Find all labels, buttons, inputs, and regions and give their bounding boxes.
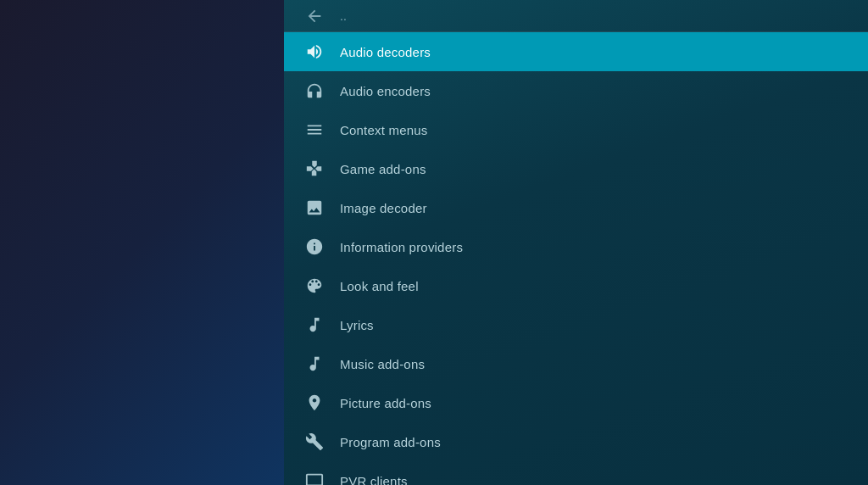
info-icon — [301, 233, 328, 260]
menu-item-image-decoder[interactable]: Image decoder — [284, 188, 868, 227]
menu-item-label: Context menus — [340, 123, 427, 137]
lyrics-icon — [301, 311, 328, 338]
menu-item-label: Look and feel — [340, 279, 419, 293]
menu-item-music-addons[interactable]: Music add-ons — [284, 344, 868, 383]
image-icon — [301, 194, 328, 221]
audio-decoder-icon — [301, 38, 328, 65]
menu-item-context-menus[interactable]: Context menus — [284, 110, 868, 149]
menu-item-label: PVR clients — [340, 474, 408, 486]
back-icon — [301, 3, 328, 30]
menu-item-label: Picture add-ons — [340, 396, 431, 410]
music-icon — [301, 350, 328, 377]
menu-item-label: Program add-ons — [340, 435, 441, 449]
left-panel — [0, 0, 284, 485]
menu-item-label: Game add-ons — [340, 162, 426, 176]
menu-item-program-addons[interactable]: Program add-ons — [284, 422, 868, 461]
menu-item-game-addons[interactable]: Game add-ons — [284, 149, 868, 188]
back-label: .. — [340, 9, 347, 23]
menu-item-label: Music add-ons — [340, 357, 425, 371]
kodi-logo — [87, 198, 198, 287]
game-icon — [301, 155, 328, 182]
menu-item-pvr-clients[interactable]: PVR clients — [284, 461, 868, 485]
menu-item-label: Audio decoders — [340, 45, 431, 59]
pvr-icon — [301, 467, 328, 485]
menu-item-label: Image decoder — [340, 201, 427, 215]
menu-item-lyrics[interactable]: Lyrics — [284, 305, 868, 344]
menu-item-label: Lyrics — [340, 318, 374, 332]
menu-item-look-and-feel[interactable]: Look and feel — [284, 266, 868, 305]
menu-item-audio-decoders[interactable]: Audio decoders — [284, 32, 868, 71]
context-menu-icon — [301, 116, 328, 143]
picture-icon — [301, 389, 328, 416]
look-icon — [301, 272, 328, 299]
menu-item-back[interactable]: .. — [284, 0, 868, 32]
right-panel: .. Audio decoders Audio encoders Context… — [284, 0, 868, 485]
program-icon — [301, 428, 328, 455]
menu-item-label: Audio encoders — [340, 84, 431, 98]
menu-item-audio-encoders[interactable]: Audio encoders — [284, 71, 868, 110]
menu-list: .. Audio decoders Audio encoders Context… — [284, 0, 868, 485]
menu-item-information-providers[interactable]: Information providers — [284, 227, 868, 266]
menu-item-label: Information providers — [340, 240, 463, 254]
menu-item-picture-addons[interactable]: Picture add-ons — [284, 383, 868, 422]
audio-encoder-icon — [301, 77, 328, 104]
